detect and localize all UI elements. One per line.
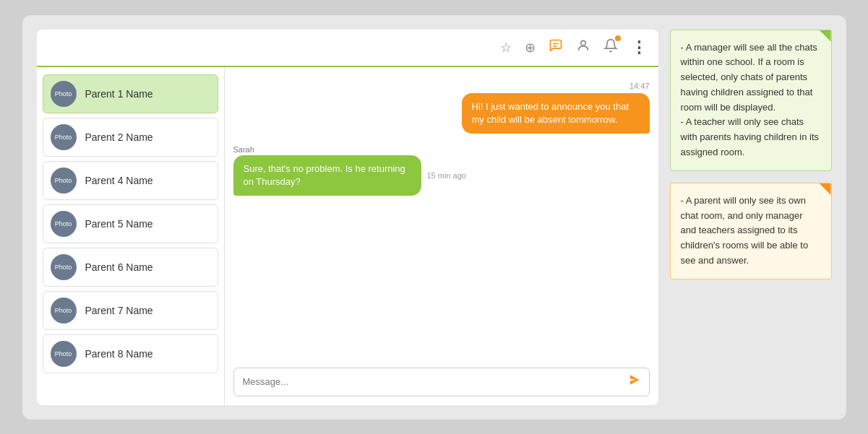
main-content: Photo Parent 1 Name Photo Parent 2 Name …	[37, 67, 658, 405]
contact-name-2: Parent 2 Name	[85, 131, 153, 143]
svg-point-0	[580, 40, 585, 45]
contact-name-8: Parent 8 Name	[85, 348, 153, 360]
header-icons: ☆ ⊕	[500, 38, 647, 57]
green-note-text: - A manager will see all the chats withi…	[681, 42, 820, 158]
message-input[interactable]	[234, 376, 619, 387]
contact-name-6: Parent 6 Name	[85, 261, 153, 273]
chat-icon[interactable]	[549, 38, 563, 56]
avatar-5: Photo	[51, 211, 77, 237]
message-time-outgoing: 14:47	[629, 82, 650, 90]
header: ☆ ⊕	[37, 30, 658, 67]
message-bubble-outgoing: Hi! I just wanted to announce you that m…	[462, 93, 650, 134]
bell-icon[interactable]	[603, 38, 618, 56]
orange-note-corner	[820, 183, 831, 195]
avatar-1: Photo	[51, 81, 77, 107]
contact-list: Photo Parent 1 Name Photo Parent 2 Name …	[37, 67, 225, 405]
menu-icon[interactable]: ⋮	[631, 38, 647, 57]
contact-item-5[interactable]: Photo Parent 5 Name	[43, 204, 218, 243]
svg-marker-1	[629, 375, 639, 385]
star-icon[interactable]: ☆	[500, 40, 512, 56]
contact-item-7[interactable]: Photo Parent 7 Name	[43, 291, 218, 330]
green-note-corner	[820, 30, 831, 42]
contact-item-2[interactable]: Photo Parent 2 Name	[43, 118, 218, 157]
green-note: - A manager will see all the chats withi…	[670, 30, 832, 171]
contact-name-5: Parent 5 Name	[85, 218, 153, 230]
avatar-2: Photo	[51, 124, 77, 150]
contact-item-4[interactable]: Photo Parent 4 Name	[43, 161, 218, 200]
send-button[interactable]	[619, 373, 649, 390]
notification-badge	[615, 35, 621, 41]
app-panel: ☆ ⊕	[37, 30, 658, 405]
avatar-8: Photo	[51, 341, 77, 367]
contact-item-1[interactable]: Photo Parent 1 Name	[43, 74, 218, 113]
contact-item-8[interactable]: Photo Parent 8 Name	[43, 334, 218, 373]
avatar-4: Photo	[51, 168, 77, 194]
user-icon[interactable]	[576, 38, 590, 56]
contact-name-1: Parent 1 Name	[85, 88, 153, 100]
message-meta: Sure, that's no problem. Is he returning…	[233, 155, 466, 196]
chat-panel: 14:47 Hi! I just wanted to announce you …	[225, 67, 658, 405]
message-row-incoming: Sarah Sure, that's no problem. Is he ret…	[233, 145, 650, 196]
message-sender: Sarah	[233, 145, 254, 154]
meta-time: 15 min ago	[427, 171, 466, 180]
outer-container: ☆ ⊕	[22, 15, 846, 420]
contact-name-4: Parent 4 Name	[85, 175, 153, 186]
notes-column: - A manager will see all the chats withi…	[670, 30, 832, 279]
orange-note: - A parent will only see its own chat ro…	[670, 183, 832, 279]
message-bubble-incoming: Sure, that's no problem. Is he returning…	[233, 155, 421, 196]
avatar-6: Photo	[51, 254, 77, 280]
globe-icon[interactable]: ⊕	[525, 40, 536, 56]
contact-name-7: Parent 7 Name	[85, 305, 153, 316]
chat-input-row	[233, 368, 650, 396]
avatar-7: Photo	[51, 298, 77, 324]
contact-item-6[interactable]: Photo Parent 6 Name	[43, 248, 218, 287]
chat-messages: 14:47 Hi! I just wanted to announce you …	[233, 76, 650, 359]
orange-note-text: - A parent will only see its own chat ro…	[681, 195, 809, 266]
message-row-outgoing: 14:47 Hi! I just wanted to announce you …	[233, 82, 650, 134]
